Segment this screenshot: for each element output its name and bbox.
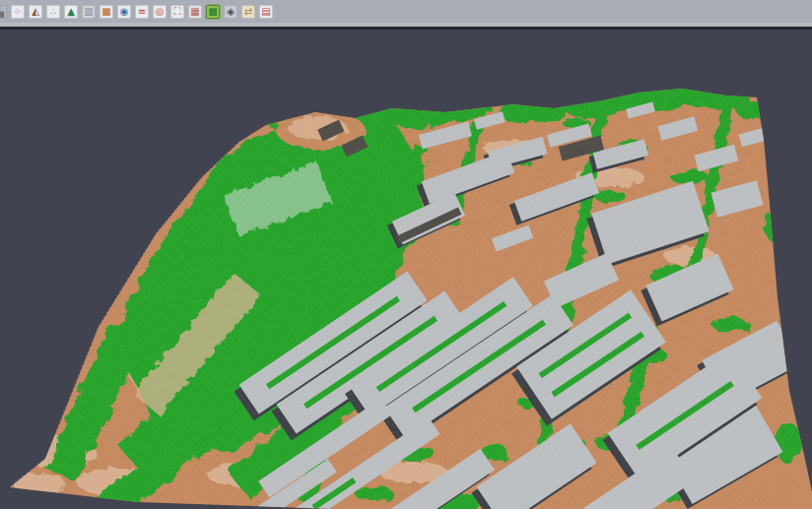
classification-colors-icon[interactable]: ▩ [206,5,220,19]
vegetation-surface-icon[interactable]: ▲ [64,5,78,19]
orthophoto-icon-glyph: ■ [102,5,110,19]
orthophoto-icon[interactable]: ■ [100,5,113,19]
target-marker-icon-glyph: ◎ [156,5,165,19]
measure-profile-icon-glyph: ▤ [261,5,270,19]
tie-points-icon[interactable]: ∴ [46,5,60,19]
stereo-view-icon-glyph: ◈ [227,5,235,19]
region-bounds-icon[interactable]: ⛶ [170,5,184,19]
toolbar: ▚⁘◭∴▲▥■◉≡◎⛶▦▩◈⇄▤ [0,0,812,23]
tie-points-icon-glyph: ∴ [50,5,56,19]
attribute-table-icon[interactable]: ≡ [135,5,149,19]
globe-icon-glyph: ◉ [120,5,129,19]
texture-map-icon-glyph: ▥ [84,5,93,19]
viewport-3d[interactable] [0,30,812,509]
checker-grid-icon-glyph: ▦ [190,5,199,19]
texture-map-icon[interactable]: ▥ [82,5,96,19]
swap-axes-icon-glyph: ⇄ [244,5,252,19]
measure-profile-icon[interactable]: ▤ [259,5,273,19]
checker-grid-icon[interactable]: ▦ [188,5,202,19]
select-points-icon[interactable]: ▚ [0,5,7,19]
point-cloud-svg [0,30,812,509]
terrain-model-icon[interactable]: ◭ [29,5,42,19]
attribute-table-icon-glyph: ≡ [138,5,146,19]
point-noise-overlay [0,69,812,509]
classify-samples-icon[interactable]: ⁘ [11,5,25,19]
select-points-icon-glyph: ▚ [0,5,4,19]
region-bounds-icon-glyph: ⛶ [174,5,181,19]
target-marker-icon[interactable]: ◎ [153,5,167,19]
globe-icon[interactable]: ◉ [117,5,131,19]
stereo-view-icon[interactable]: ◈ [224,5,237,19]
vegetation-surface-icon-glyph: ▲ [67,5,75,19]
terrain-model-icon-glyph: ◭ [32,5,39,19]
classification-colors-icon-glyph: ▩ [208,5,217,19]
swap-axes-icon[interactable]: ⇄ [241,5,255,19]
classify-samples-icon-glyph: ⁘ [14,5,22,19]
